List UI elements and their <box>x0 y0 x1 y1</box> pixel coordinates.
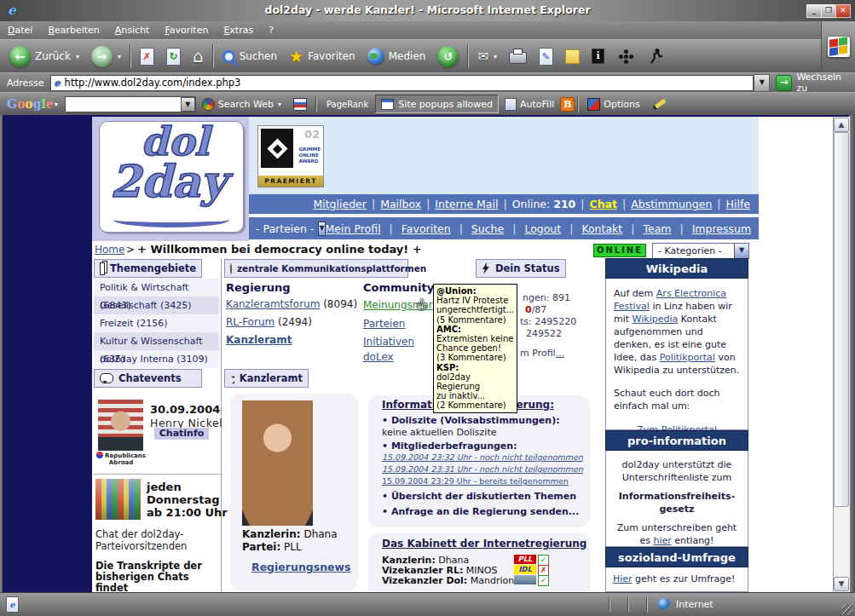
anfrage-link[interactable]: • Anfrage an die Regierung senden... <box>382 506 579 517</box>
history-button[interactable]: ↺ <box>431 41 465 72</box>
address-input[interactable]: e http://www.dol2day.com/index.php3 <box>50 75 754 91</box>
back-button[interactable]: ← Zurück ▾ <box>3 41 85 72</box>
tab-themengebiete[interactable]: Themengebiete <box>94 259 202 278</box>
highlighter-button[interactable] <box>646 95 673 113</box>
idl-party-badge[interactable]: IDL <box>514 565 536 574</box>
tab-kommunikationsplattformen[interactable]: zentrale Kommunikationsplattformen <box>224 259 408 278</box>
unterschreiben-hier-link[interactable]: hier <box>653 535 671 546</box>
options-button[interactable]: Options <box>581 95 645 113</box>
topic-item[interactable]: Politik & Wirtschaft (6843) <box>94 279 219 296</box>
kategorien-select[interactable]: - Kategorien - ▼ <box>652 243 749 259</box>
rl-forum-link[interactable]: RL-Forum <box>226 316 274 328</box>
info-button[interactable]: i <box>586 41 610 72</box>
parteien-dropdown-icon[interactable]: ▼ <box>318 222 325 236</box>
umfrage-hier-link[interactable]: Hier <box>613 573 633 584</box>
menu-hilfe[interactable]: ? <box>261 22 281 38</box>
blogger-button[interactable]: B <box>560 97 575 112</box>
grimme-award-badge[interactable]: 02 GRIMMEONLINEAWARD PRAEMIERT <box>257 125 324 187</box>
resize-grip[interactable] <box>842 604 852 614</box>
google-news-button[interactable] <box>287 95 313 113</box>
address-dropdown-button[interactable]: ▼ <box>754 74 770 92</box>
home-button[interactable]: ⌂ <box>187 41 210 72</box>
stop-button[interactable]: ✗ <box>134 41 160 72</box>
go-label[interactable]: Wechseln zu <box>796 72 855 94</box>
topic-item[interactable]: Freizeit (2156) <box>94 314 219 332</box>
menu-datei[interactable]: Datei <box>0 22 40 38</box>
pll-party-badge[interactable]: PLL <box>514 555 536 564</box>
parteien-link[interactable]: Parteien <box>363 318 405 330</box>
initiativen-link[interactable]: Initiativen <box>363 336 414 348</box>
vertical-scrollbar[interactable]: ▲ ▼ <box>833 117 850 592</box>
nav-interne-mail[interactable]: Interne Mail <box>435 198 498 210</box>
regierungsnews-link[interactable]: Regierungsnews <box>251 561 351 573</box>
nav-chat[interactable]: Chat <box>590 198 617 210</box>
dolex-link[interactable]: doLex <box>363 351 394 363</box>
go-icon[interactable]: → <box>776 75 792 91</box>
scrollbar-thumb[interactable] <box>834 132 849 507</box>
poll-link[interactable]: 15.09.2004 23:31 Uhr - noch nicht teilge… <box>382 464 583 474</box>
search-web-dropdown-icon[interactable]: ▾ <box>278 101 281 108</box>
search-button[interactable]: Suchen <box>217 41 283 72</box>
nav-mailbox[interactable]: Mailbox <box>380 198 421 210</box>
nav-logout[interactable]: Logout <box>524 222 561 235</box>
menu-extras[interactable]: Extras <box>216 22 261 38</box>
nav-team[interactable]: Team <box>643 222 671 235</box>
kanzleramt-link[interactable]: Kanzleramt <box>226 334 292 346</box>
wikipedia-link[interactable]: Wikipedia <box>633 314 679 325</box>
back-dropdown-icon[interactable]: ▾ <box>76 53 79 60</box>
google-search-history-dropdown[interactable]: ▼ <box>181 97 195 112</box>
menu-bearbeiten[interactable]: Bearbeiten <box>40 22 107 38</box>
autofill-button[interactable]: AutoFill <box>499 95 560 113</box>
tab-dein-status[interactable]: Dein Status <box>476 259 566 278</box>
status-profile-link[interactable]: m Profil... <box>520 348 564 359</box>
kategorien-dropdown-icon[interactable]: ▼ <box>734 244 748 258</box>
nav-impressum[interactable]: Impressum <box>692 222 751 235</box>
nav-abstimmungen[interactable]: Abstimmungen <box>631 198 712 210</box>
kabinett-title[interactable]: Das Kabinett der Internetregierung <box>382 538 586 550</box>
search-web-button[interactable]: Search Web ▾ <box>196 95 287 113</box>
print-button[interactable] <box>503 41 533 72</box>
mail-button[interactable]: ✉▾ <box>471 41 503 72</box>
nav-suche[interactable]: Suche <box>471 222 504 235</box>
mandrion-party-badge[interactable] <box>514 575 536 584</box>
forward-button[interactable]: → ▾ <box>85 41 127 72</box>
topic-item[interactable]: Gesellschaft (3425) <box>94 296 219 314</box>
breadcrumb-home-link[interactable]: Home <box>95 244 124 256</box>
menu-favoriten[interactable]: Favoriten <box>157 22 216 38</box>
parteien-select[interactable]: - Parteien - <box>256 222 314 235</box>
menu-ansicht[interactable]: Ansicht <box>107 22 158 38</box>
mail-dropdown-icon[interactable]: ▾ <box>494 53 497 60</box>
google-logo-dropdown-icon[interactable]: ▾ <box>55 101 58 108</box>
popup-blocker-button[interactable]: Site popups allowed <box>375 95 499 113</box>
maximize-button[interactable]: ❐ <box>821 4 836 18</box>
politikportal-link[interactable]: Politikportal <box>660 352 715 363</box>
nav-mein-profil[interactable]: Mein Profil <box>326 222 381 235</box>
themen-uebersicht-link[interactable]: • Übersicht der diskutierten Themen <box>382 491 576 502</box>
forward-dropdown-icon[interactable]: ▾ <box>118 53 121 60</box>
nav-hilfe[interactable]: Hilfe <box>726 198 750 210</box>
favorites-button[interactable]: ★ Favoriten <box>283 41 361 72</box>
edit-button[interactable]: ✎ <box>533 41 559 72</box>
minimize-button[interactable]: _ <box>806 4 822 18</box>
messenger-button[interactable] <box>642 41 669 72</box>
chatinfo-badge[interactable]: Chatinfo <box>154 428 209 440</box>
google-logo[interactable]: Google <box>7 97 54 111</box>
tab-kanzleramt[interactable]: Kanzleramt <box>224 369 309 388</box>
dol2day-logo[interactable]: dol 2day <box>99 121 244 233</box>
nav-mitglieder[interactable]: Mitglieder <box>313 198 367 210</box>
nav-kontakt[interactable]: Kontakt <box>581 222 622 235</box>
scroll-up-button[interactable]: ▲ <box>834 118 849 132</box>
media-button[interactable]: Medien <box>361 41 432 72</box>
topic-item[interactable]: dol2day Interna (3109) <box>94 350 219 368</box>
meinungsmarkt-link[interactable]: Meinungsmarkt <box>363 299 442 311</box>
nav-favoriten[interactable]: Favoriten <box>402 222 451 235</box>
icq-button[interactable] <box>610 41 642 72</box>
close-button[interactable]: ✕ <box>835 4 851 18</box>
scroll-down-button[interactable]: ▼ <box>834 577 849 591</box>
poll-link[interactable]: 15.09.2004 23:29 Uhr - bereits teilgenom… <box>382 476 569 486</box>
poll-link[interactable]: 15.09.2004 23:32 Uhr - noch nicht teilge… <box>382 452 583 462</box>
tab-chatevents[interactable]: Chatevents <box>94 369 202 388</box>
kanzleramtsforum-link[interactable]: Kanzleramtsforum <box>226 298 320 310</box>
refresh-button[interactable]: ↻ <box>160 41 187 72</box>
google-search-input[interactable]: ▼ <box>65 96 196 112</box>
